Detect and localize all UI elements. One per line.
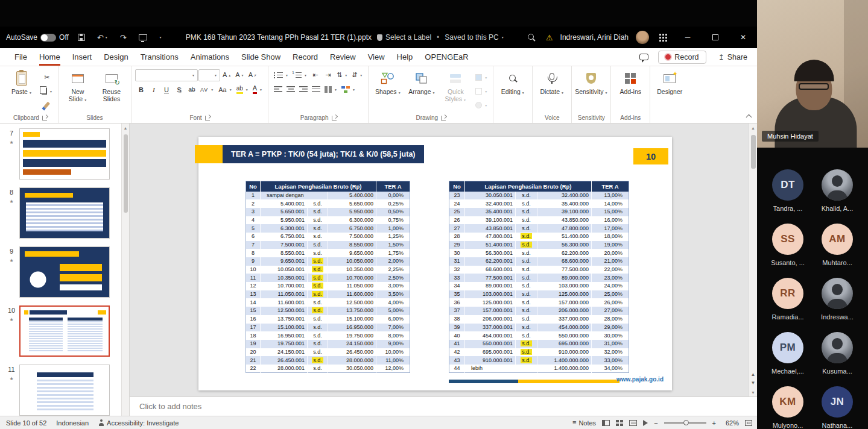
clear-formatting-button[interactable]: A✗ (247, 69, 259, 81)
notes-toggle[interactable]: ≡Notes (572, 419, 596, 427)
font-size-select[interactable]: ▼ (198, 69, 220, 81)
scroll-up-icon[interactable]: ▲ (124, 125, 128, 132)
next-slide-button[interactable]: ▼ (751, 381, 756, 386)
tab-home[interactable]: Home (39, 48, 60, 66)
shape-fill-button[interactable]: ▼ (474, 71, 489, 84)
minimize-button[interactable]: ─ (677, 28, 698, 46)
saved-status[interactable]: Saved to this PC▼ (445, 33, 504, 42)
slide-thumbnail-11[interactable]: 11★ (4, 365, 119, 416)
copy-button[interactable]: ▼ (40, 85, 54, 98)
tab-animations[interactable]: Animations (191, 48, 229, 66)
user-avatar[interactable] (636, 31, 649, 44)
zoom-out-button[interactable]: − (654, 419, 657, 427)
save-button[interactable] (75, 32, 88, 43)
participant-tile[interactable]: Khalid, A... (813, 169, 862, 212)
tab-view[interactable]: View (368, 48, 385, 66)
tab-review[interactable]: Review (330, 48, 356, 66)
participant-tile[interactable]: AMMuhtaro... (813, 224, 862, 266)
arrange-button[interactable]: Arrange▼ (406, 69, 437, 95)
participant-tile[interactable]: Kusuma... (813, 332, 862, 375)
underline-button[interactable]: U (160, 83, 173, 96)
numbering-button[interactable]: ▼ (291, 69, 309, 81)
justify-button[interactable] (310, 83, 322, 96)
close-button[interactable]: ✕ (733, 28, 753, 46)
bold-button[interactable]: B (135, 83, 147, 96)
tab-insert[interactable]: Insert (72, 48, 92, 66)
slide-number-badge[interactable]: 10 (633, 148, 668, 164)
decrease-font-size-button[interactable]: A▼ (233, 69, 246, 81)
thumbnail-preview[interactable] (19, 305, 110, 357)
normal-view-button[interactable] (602, 420, 610, 426)
slideshow-button[interactable] (643, 420, 648, 426)
language-selector[interactable]: Indonesian (56, 419, 89, 427)
scroll-up-icon[interactable]: ▲ (751, 125, 755, 132)
participant-tile[interactable]: RRRamadia... (763, 278, 813, 321)
tab-help[interactable]: Help (397, 48, 413, 66)
sensitivity-button[interactable]: Sensitivity▼ (575, 69, 607, 95)
scroll-down-icon[interactable]: ▼ (751, 390, 755, 395)
change-case-button[interactable]: Aa▼ (217, 83, 233, 96)
start-presentation-button[interactable] (136, 33, 150, 42)
participant-tile[interactable]: Indreswa... (813, 278, 862, 321)
thumbnail-preview[interactable] (19, 187, 110, 239)
dialog-launcher-icon[interactable] (205, 116, 210, 121)
text-shadow-button[interactable]: S (173, 83, 185, 96)
slide-scrollbar[interactable]: ▲ ▲ ▼ ▼ (749, 124, 757, 396)
slide-thumbnail-10[interactable]: 10★ (4, 305, 119, 357)
cut-button[interactable]: ✂ (40, 71, 54, 84)
shapes-button[interactable]: Shapes▼ (372, 69, 404, 95)
fit-to-window-button[interactable] (745, 420, 752, 426)
presenter-video[interactable]: Muhsin Hidayat (757, 0, 868, 148)
collapse-ribbon-chevron-icon[interactable] (746, 114, 752, 121)
bullets-button[interactable]: ▼ (272, 69, 290, 81)
shape-effects-button[interactable]: ▼ (474, 99, 489, 111)
align-left-button[interactable] (272, 83, 284, 96)
tab-slide-show[interactable]: Slide Show (241, 48, 280, 66)
reuse-slides-button[interactable]: Reuse Slides (96, 69, 127, 102)
line-spacing-button[interactable]: ⇅▼ (335, 69, 349, 81)
editing-button[interactable]: Editing▼ (497, 69, 528, 95)
dialog-launcher-icon[interactable] (441, 116, 446, 121)
autosave-toggle[interactable]: AutoSave Off (6, 33, 69, 42)
columns-button[interactable]: ▼ (323, 83, 339, 96)
slide-title[interactable]: TER A = PTKP : TK/0 (54 juta); TK/1 & K/… (223, 145, 424, 163)
participant-tile[interactable]: PMMechael,... (763, 332, 813, 375)
decrease-indent-button[interactable]: ⇤ (309, 69, 322, 81)
increase-font-size-button[interactable]: A▲ (221, 69, 233, 81)
shape-outline-button[interactable]: ▼ (474, 85, 489, 98)
maximize-button[interactable] (705, 28, 726, 46)
zoom-in-button[interactable]: + (712, 419, 716, 427)
slide-thumbnail-8[interactable]: 8★ (4, 187, 119, 239)
align-right-button[interactable] (297, 83, 309, 96)
accessibility-status[interactable]: Accessibility: Investigate (98, 419, 179, 427)
tab-design[interactable]: Design (104, 48, 128, 66)
undo-button[interactable]: ↶▼ (94, 32, 111, 43)
previous-slide-button[interactable]: ▲ (751, 372, 756, 377)
scrollbar-thumb[interactable] (124, 134, 128, 213)
thumbnail-scrollbar[interactable]: ▲ (121, 124, 129, 416)
text-highlight-button[interactable]: ab▼ (235, 83, 250, 96)
designer-button[interactable]: Designer (654, 69, 685, 95)
strikethrough-button[interactable]: ab (186, 83, 198, 96)
redo-button[interactable]: ↷ (117, 32, 130, 43)
character-spacing-button[interactable]: AV▼ (198, 83, 216, 96)
thumbnail-preview[interactable] (19, 128, 110, 180)
ter-table-left[interactable]: No Lapisan Penghasilan Bruto (Rp) TER A … (246, 181, 410, 373)
addins-button[interactable]: Add-ins (615, 69, 646, 95)
ter-table-right[interactable]: No Lapisan Penghasilan Bruto (Rp) TER A … (449, 181, 629, 373)
participant-tile[interactable]: KMMulyono... (763, 386, 813, 429)
thumbnail-preview[interactable] (19, 365, 110, 416)
zoom-percent[interactable]: 62% (722, 419, 739, 427)
apps-grid-button[interactable] (656, 32, 670, 43)
italic-button[interactable]: I (148, 83, 160, 96)
share-button[interactable]: ↥Share (714, 51, 752, 63)
convert-to-smartart-button[interactable]: ▼ (340, 83, 357, 96)
search-button[interactable] (525, 32, 539, 43)
slide-thumbnail-7[interactable]: 7★ (4, 128, 119, 180)
participant-tile[interactable]: DTTandra, ... (763, 169, 813, 212)
participant-tile[interactable]: JNNathana... (813, 386, 862, 429)
zoom-slider[interactable] (664, 422, 706, 424)
dictate-button[interactable]: Dictate▼ (536, 69, 568, 95)
quick-styles-button[interactable]: Quick Styles▼ (440, 69, 471, 102)
participant-tile[interactable]: SSSusanto, ... (763, 224, 813, 266)
